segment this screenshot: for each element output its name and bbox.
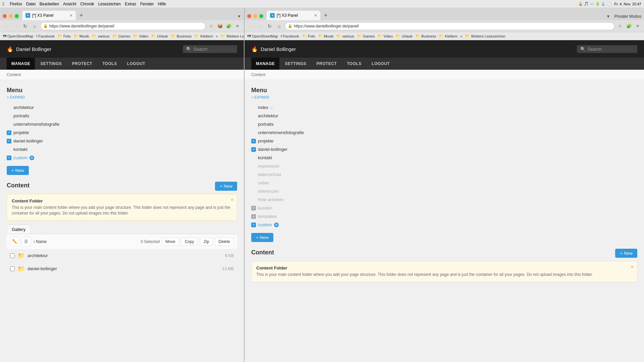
menu-hilfe[interactable]: Hilfe [158, 2, 166, 6]
search-input-left[interactable] [194, 47, 234, 52]
bookmark-various[interactable]: 📁 various [92, 34, 109, 39]
menu-item-kunden[interactable]: + kunden [251, 204, 637, 212]
menu-item-templates[interactable]: + templates [251, 212, 637, 221]
bookmark-video-right[interactable]: 📁 Video [377, 34, 393, 39]
panel-search-left[interactable]: 🔍 [183, 45, 237, 53]
window-minimize-right[interactable] [253, 14, 257, 18]
bookmark-foto[interactable]: 📁 Foto [57, 34, 71, 39]
forward-btn-right[interactable]: → [257, 22, 264, 30]
move-btn-left[interactable]: Move [162, 238, 179, 246]
menu-item-ueber[interactable]: ueber [251, 179, 637, 187]
bookmark-urlaub[interactable]: 📁 Urlaub [151, 34, 168, 39]
nav-tools-right[interactable]: TOOLS [342, 58, 366, 70]
expand-btn-daniel-bollinger-right[interactable]: + [251, 147, 256, 152]
menu-item-custom-right[interactable]: + custom ⚙ [251, 221, 637, 229]
file-row-architektur[interactable]: 📁 architektur 8 KB [7, 249, 237, 262]
bookmark-facebook[interactable]: f Facebook [36, 34, 55, 38]
menu-item-portraits[interactable]: portraits [7, 112, 237, 120]
nav-tools-left[interactable]: TOOLS [98, 58, 122, 70]
bookmark-business-right[interactable]: 📁 Business [415, 34, 436, 39]
file-edit-btn-left[interactable]: ✏️ [10, 237, 19, 246]
nav-manage-right[interactable]: MANAGE [251, 58, 279, 70]
window-maximize-right[interactable] [259, 14, 263, 18]
bookmark-urlaub-right[interactable]: 📁 Urlaub [395, 34, 412, 39]
content-folder-close-left[interactable]: × [231, 197, 233, 202]
refresh-btn-left[interactable]: ↻ [21, 22, 29, 30]
extensions-icon-left[interactable]: 🧩 [225, 22, 232, 30]
expand-btn-daniel-bollinger[interactable]: + [7, 139, 11, 143]
home-btn-right[interactable]: ⌂ [275, 22, 283, 30]
bookmark-musik-right[interactable]: 📁 Musik [318, 34, 334, 39]
menu-fenster[interactable]: Fenster [140, 2, 154, 6]
bookmark-klettern[interactable]: 📁 Klettern [194, 34, 213, 39]
new-button-content-left[interactable]: + New [215, 182, 237, 191]
file-checkbox-architektur[interactable] [10, 253, 15, 258]
search-input-right[interactable] [588, 47, 628, 52]
nav-settings-right[interactable]: SETTINGS [280, 58, 311, 70]
menu-item-projekte[interactable]: + projekte [7, 128, 237, 137]
home-btn-left[interactable]: ⌂ [31, 22, 38, 30]
menu-datei[interactable]: Datei [26, 2, 36, 6]
nav-protect-right[interactable]: PROTECT [312, 58, 341, 70]
bookmark-star-right[interactable]: ☆ [616, 22, 624, 30]
expand-btn-custom[interactable]: + [7, 156, 11, 160]
menu-item-daniel-bollinger[interactable]: + daniel-bollinger [7, 137, 237, 145]
bookmark-musik[interactable]: 📁 Musik [73, 34, 89, 39]
bookmark-weitere-right[interactable]: 📁 Weitere Lesezeichen [465, 34, 505, 39]
gallery-tab-left[interactable]: Gallery [7, 225, 31, 234]
extensions-icon-right[interactable]: 🧩 [625, 22, 633, 30]
menu-chronik[interactable]: Chronik [80, 2, 94, 6]
refresh-btn-right[interactable]: ↻ [266, 22, 273, 30]
menu-item-projekte-right[interactable]: + projekte [251, 137, 637, 145]
url-bar-left[interactable]: 🔒 https://www.danielbollinger.de/panel/ [40, 22, 206, 30]
bookmark-video[interactable]: 📁 Video [133, 34, 148, 39]
back-btn-left[interactable]: ← [3, 22, 10, 30]
sort-name-left[interactable]: ↕ Name [33, 239, 47, 244]
forward-btn-left[interactable]: → [12, 22, 19, 30]
menu-item-kontakt-right[interactable]: kontakt [251, 154, 637, 162]
panel-search-right[interactable]: 🔍 [577, 45, 637, 53]
bookmark-weitere[interactable]: 📁 Weitere Lesezeichen [220, 34, 244, 39]
url-bar-right[interactable]: 🔒 https://www.danielbollinger.de/panel/ [285, 22, 614, 30]
bookmark-klettern-right[interactable]: 📁 Klettern [439, 34, 458, 39]
menu-item-unternehmensfotografie[interactable]: unternehmensfotografie [7, 120, 237, 128]
expand-link-right[interactable]: + EXPAND [251, 95, 637, 99]
menu-item-index[interactable]: index ⌂ [251, 103, 637, 112]
bookmark-more[interactable]: » [216, 34, 218, 38]
menu-item-datenschutz[interactable]: datenschutz [251, 170, 637, 179]
bookmark-more-right[interactable]: » [460, 34, 462, 38]
copy-btn-left[interactable]: Copy [181, 238, 198, 246]
bookmark-openstreetmap-right[interactable]: 🗺 OpenStreetMap [247, 34, 278, 38]
back-btn-right[interactable]: ← [247, 22, 255, 30]
new-button-menu-left[interactable]: + New [7, 166, 29, 175]
menu-item-architektur[interactable]: architektur [7, 103, 237, 112]
tab-dropdown-left[interactable]: ▼ [237, 14, 241, 19]
menu-lesezeichen[interactable]: Lesezeichen [98, 2, 121, 6]
expand-btn-projekte[interactable]: + [7, 130, 11, 135]
nav-logout-right[interactable]: LOGOUT [367, 58, 394, 70]
apple-icon[interactable]:  [3, 1, 4, 7]
menu-item-architektur-right[interactable]: architektur [251, 112, 637, 120]
menu-ansicht[interactable]: Ansicht [63, 2, 76, 6]
bookmark-games-right[interactable]: 📁 Games [357, 34, 375, 39]
file-row-daniel-bollinger[interactable]: 📁 daniel-bollinger 13 MB [7, 262, 237, 276]
menu-extras[interactable]: Extras [125, 2, 136, 6]
tab-close-left[interactable]: × [70, 13, 72, 18]
menu-item-portraits-right[interactable]: portraits [251, 120, 637, 128]
menu-bearbeiten[interactable]: Bearbeiten [40, 2, 59, 6]
window-close-right[interactable] [247, 14, 251, 18]
tab-dropdown-right[interactable]: ▼ [606, 14, 610, 19]
menu-firefox[interactable]: Firefox [10, 2, 22, 6]
expand-btn-kunden[interactable]: + [251, 206, 256, 210]
file-checkbox-daniel-bollinger[interactable] [10, 266, 15, 271]
tab-x3-panel-left[interactable]: ✦ [*] X3 Panel × [22, 11, 76, 20]
tab-close-right[interactable]: × [314, 13, 317, 18]
delete-btn-left[interactable]: Delete [215, 238, 234, 246]
bookmark-games[interactable]: 📁 Games [112, 34, 130, 39]
menu-icon-left[interactable]: ≡ [234, 22, 241, 30]
expand-btn-templates[interactable]: + [251, 214, 256, 219]
bookmark-various-right[interactable]: 📁 various [336, 34, 354, 39]
content-folder-close-right[interactable]: × [631, 264, 634, 269]
new-button-content-right[interactable]: + New [615, 249, 637, 258]
menu-item-kontakt[interactable]: kontakt [7, 145, 237, 154]
